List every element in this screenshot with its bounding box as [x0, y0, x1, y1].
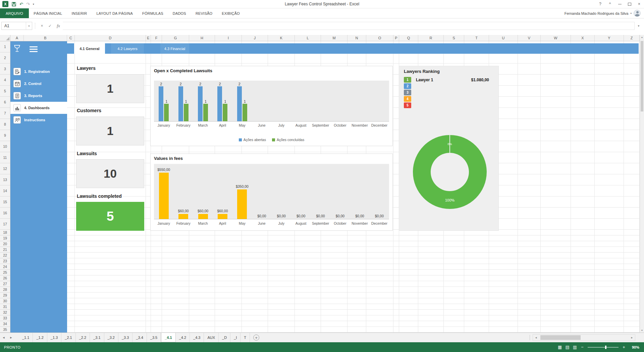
excel-app-icon[interactable]: X [2, 1, 8, 7]
row-header-29[interactable]: 29 [0, 293, 10, 298]
vertical-scroll-thumb[interactable] [641, 41, 643, 112]
zoom-level[interactable]: 90% [629, 345, 639, 349]
tab-pagina-inicial[interactable]: PÁGINA INICIAL [29, 8, 67, 18]
row-header-24[interactable]: 24 [0, 264, 10, 270]
row-header-33[interactable]: 33 [0, 315, 10, 321]
row-header-34[interactable]: 34 [0, 321, 10, 327]
row-header-8[interactable]: 8 [0, 119, 10, 130]
row-header-30[interactable]: 30 [0, 298, 10, 304]
normal-view-icon[interactable]: ▦ [558, 345, 562, 350]
sidebar-item-control[interactable]: 2. Control [10, 78, 67, 90]
undo-icon[interactable]: ↶ [19, 2, 23, 7]
column-header-W[interactable]: W [541, 35, 571, 41]
help-icon[interactable]: ? [595, 0, 605, 8]
name-box[interactable]: A1 ▼ [1, 22, 32, 30]
column-header-D[interactable]: D [75, 35, 146, 41]
sheet-tab-_1.3[interactable]: _1.3 [47, 333, 61, 342]
view-tab-general[interactable]: 4.1 General [74, 43, 105, 54]
row-header-16[interactable]: 16 [0, 208, 10, 219]
column-header-A[interactable]: A [10, 35, 24, 41]
cancel-entry-icon[interactable]: × [38, 24, 46, 28]
sidebar-item-instructions[interactable]: Instructions [10, 114, 67, 126]
close-icon[interactable]: × [634, 0, 644, 8]
column-header-C[interactable]: C [67, 35, 75, 41]
column-header-Q[interactable]: Q [399, 35, 418, 41]
user-name[interactable]: Fernanda Machado Rodrigues da Silva [565, 11, 629, 15]
row-header-2[interactable]: 2 [0, 52, 10, 63]
row-header-3[interactable]: 3 [0, 63, 10, 75]
user-avatar[interactable] [634, 10, 641, 17]
sheet-tab-_3.4[interactable]: _3.4 [132, 333, 147, 342]
column-header-P[interactable]: P [393, 35, 399, 41]
confirm-entry-icon[interactable]: ✓ [46, 24, 54, 28]
scroll-left-icon[interactable]: ◄ [533, 336, 539, 339]
column-header-G[interactable]: G [162, 35, 189, 41]
column-header-N[interactable]: N [347, 35, 366, 41]
row-header-5[interactable]: 5 [0, 86, 10, 97]
sheet-tab-_2.2[interactable]: _2.2 [76, 333, 90, 342]
vertical-scrollbar[interactable]: ▲ ▼ [640, 35, 644, 333]
tab-arquivo[interactable]: ARQUIVO [0, 8, 29, 18]
sheet-tab-AUX[interactable]: AUX [204, 333, 219, 342]
sidebar-item-registration[interactable]: 1. Registration [10, 65, 67, 78]
column-header-J[interactable]: J [242, 35, 268, 41]
column-header-R[interactable]: R [418, 35, 444, 41]
tab-formulas[interactable]: FÓRMULAS [138, 8, 168, 18]
row-header-19[interactable]: 19 [0, 235, 10, 241]
row-header-27[interactable]: 27 [0, 281, 10, 287]
row-header-14[interactable]: 14 [0, 185, 10, 196]
scroll-down-icon[interactable]: ▼ [640, 329, 644, 332]
row-header-31[interactable]: 31 [0, 304, 10, 310]
column-header-B[interactable]: B [24, 35, 67, 41]
save-icon[interactable] [11, 2, 16, 7]
view-tab-financial[interactable]: 4.3 Financial [160, 43, 189, 54]
horizontal-scroll-thumb[interactable] [540, 335, 581, 340]
row-header-11[interactable]: 11 [0, 152, 10, 163]
column-header-K[interactable]: K [268, 35, 295, 41]
row-header-32[interactable]: 32 [0, 310, 10, 315]
zoom-out-icon[interactable]: − [580, 345, 584, 350]
horizontal-scrollbar[interactable]: ◄ ► [533, 334, 635, 341]
row-header-20[interactable]: 20 [0, 241, 10, 247]
row-header-9[interactable]: 9 [0, 130, 10, 141]
row-header-6[interactable]: 6 [0, 97, 10, 108]
sheet-tab-_I[interactable]: _I [230, 333, 240, 342]
row-header-35[interactable]: 35 [0, 327, 10, 333]
column-header-L[interactable]: L [295, 35, 321, 41]
column-header-Y[interactable]: Y [595, 35, 624, 41]
sheet-tab-_2.1[interactable]: _2.1 [61, 333, 75, 342]
name-box-caret-icon[interactable]: ▼ [26, 22, 32, 30]
column-header-I[interactable]: I [215, 35, 242, 41]
row-header-7[interactable]: 7 [0, 108, 10, 119]
spreadsheet-grid[interactable]: 1. Registration 2. Control 3. Reports 4.… [10, 41, 640, 333]
qat-customize-icon[interactable]: ▾ [33, 3, 34, 6]
sidebar-item-dashboards[interactable]: 4. Dashboards [10, 102, 67, 114]
tab-inserir[interactable]: INSERIR [67, 8, 92, 18]
column-header-M[interactable]: M [321, 35, 347, 41]
tab-exibicao[interactable]: EXIBIÇÃO [217, 8, 245, 18]
row-header-18[interactable]: 18 [0, 230, 10, 235]
sheet-tab-_3.3[interactable]: _3.3 [118, 333, 132, 342]
minimize-icon[interactable] [615, 0, 625, 8]
column-header-E[interactable]: E [146, 35, 151, 41]
column-header-F[interactable]: F [151, 35, 162, 41]
row-header-12[interactable]: 12 [0, 163, 10, 174]
restore-icon[interactable] [625, 0, 634, 8]
select-all-corner[interactable] [0, 35, 10, 41]
tab-dados[interactable]: DADOS [168, 8, 191, 18]
column-header-X[interactable]: X [571, 35, 595, 41]
ribbon-display-icon[interactable]: ^ [605, 0, 615, 8]
row-header-23[interactable]: 23 [0, 258, 10, 264]
row-header-28[interactable]: 28 [0, 287, 10, 293]
formula-input[interactable] [63, 22, 635, 30]
page-layout-view-icon[interactable]: ▤ [565, 345, 569, 350]
row-header-10[interactable]: 10 [0, 141, 10, 152]
column-header-U[interactable]: U [489, 35, 518, 41]
sheet-tab-_1.1[interactable]: _1.1 [19, 333, 33, 342]
row-header-22[interactable]: 22 [0, 253, 10, 258]
sheet-tab-_3.1[interactable]: _3.1 [90, 333, 104, 342]
account-area[interactable]: Fernanda Machado Rodrigues da Silva ▾ [565, 8, 644, 18]
tab-revisao[interactable]: REVISÃO [191, 8, 217, 18]
sheet-tab-_4.1[interactable]: _4.1 [161, 333, 175, 342]
add-sheet-button[interactable]: + [253, 335, 259, 341]
